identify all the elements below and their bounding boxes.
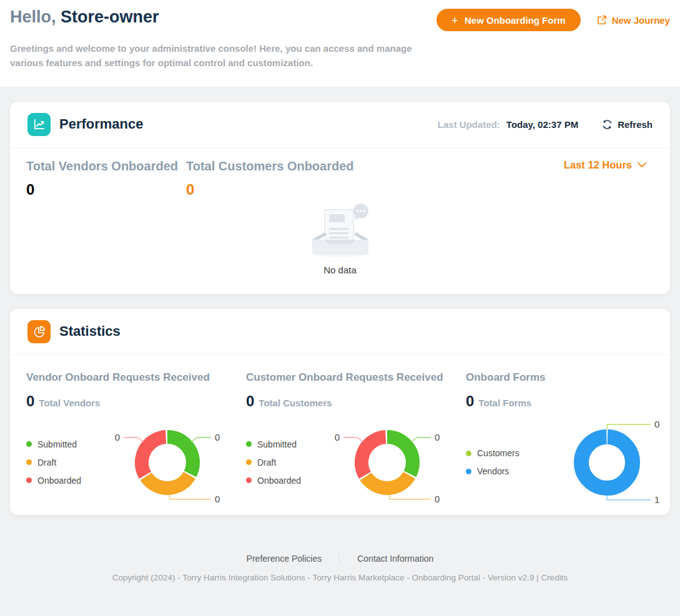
footer-divider [339,554,340,563]
legend-label: Vendors [477,466,509,476]
refresh-label: Refresh [618,119,653,130]
new-journey-link[interactable]: New Journey [597,15,670,26]
legend-label: Onboarded [37,476,81,486]
new-onboarding-form-label: New Onboarding Form [465,15,566,26]
last-updated-value: Today, 02:37 PM [506,119,578,130]
document [325,210,353,243]
performance-card: Performance Last Updated: Today, 02:37 P… [10,102,670,294]
donut-chart-vendors: 0 0 0 [91,419,246,506]
topbar: Hello, Store-owner + New Onboarding Form… [0,0,680,87]
legend-label: Onboarded [257,476,301,486]
performance-card-header: Performance Last Updated: Today, 02:37 P… [10,102,670,148]
legend-label: Customers [477,448,520,458]
legend-customers: Submitted Draft Onboarded [246,431,311,494]
greeting-prefix: Hello, [10,7,56,26]
callout-bottom: 0 [435,494,440,504]
last-updated-label: Last Updated: [438,119,500,130]
callout-right: 0 [435,432,440,442]
legend-dot-blue [466,469,471,474]
new-onboarding-form-button[interactable]: + New Onboarding Form [436,9,581,31]
stat-total-label-customers: Total Customers [259,398,332,408]
legend-label: Draft [37,457,56,467]
legend-item-draft[interactable]: Draft [26,457,91,467]
metric-total-customers-label: Total Customers Onboarded [186,159,354,174]
legend-dot-green [246,441,252,447]
stat-column-customers: Customer Onboard Requests Received 0 Tot… [246,371,466,506]
donut-chart-forms: 0 1 [531,419,680,506]
metric-total-vendors-value: 0 [26,181,186,198]
donut-chart-customers: 0 0 0 [311,419,466,506]
legend-vendors: Submitted Draft Onboarded [26,431,91,494]
refresh-button[interactable]: Refresh [602,119,653,130]
callout-bottom: 0 [215,494,220,504]
footer-link-preference-policies[interactable]: Preference Policies [247,554,322,564]
copyright-text: Copyright (2024) - Torry Harris Integrat… [0,573,680,597]
stat-title-forms: Onboard Forms [466,371,680,384]
legend-item-onboarded[interactable]: Onboarded [26,476,91,486]
legend-item-submitted[interactable]: Submitted [246,439,311,449]
line-chart-icon [27,113,51,136]
legend-dot-amber [246,459,252,465]
stat-total-value-customers: 0 [246,393,254,410]
footer: Preference Policies Contact Information … [0,554,680,597]
legend-item-customers[interactable]: Customers [466,448,531,458]
performance-metrics: Total Vendors Onboarded 0 Total Customer… [26,159,654,198]
topbar-actions: + New Onboarding Form New Journey [436,7,670,31]
metric-total-vendors-label: Total Vendors Onboarded [26,159,186,174]
legend-item-onboarded[interactable]: Onboarded [246,476,311,486]
time-range-selector[interactable]: Last 12 Hours [564,159,646,171]
refresh-icon [602,119,613,130]
legend-item-draft[interactable]: Draft [246,457,311,467]
footer-link-contact-information[interactable]: Contact Information [357,554,433,564]
statistics-card-header: Statistics [10,309,670,355]
stat-title-customers: Customer Onboard Requests Received [246,371,466,384]
pie-chart-icon [27,320,51,343]
stat-column-vendors: Vendor Onboard Requests Received 0 Total… [26,371,246,506]
legend-dot-red [26,477,32,483]
legend-dot-amber [26,459,32,465]
chevron-down-icon [638,162,646,168]
chat-bubble [353,203,368,220]
external-link-icon [597,15,607,25]
stat-column-forms: Onboard Forms 0 Total Forms Customers Ve… [466,371,680,506]
callout-bottom: 1 [654,494,659,505]
stat-total-label-vendors: Total Vendors [39,398,100,408]
page-subtitle: Greetings and welcome to your administra… [10,41,447,71]
legend-label: Submitted [257,439,297,449]
empty-box-illustration [307,250,373,260]
stat-total-label-forms: Total Forms [478,398,531,408]
metric-total-vendors: Total Vendors Onboarded 0 [26,159,186,198]
callout-left: 0 [115,432,120,442]
metric-total-customers-value: 0 [186,181,354,198]
callout-left: 0 [335,432,340,442]
legend-dot-green [26,441,32,447]
stat-total-value-forms: 0 [466,393,474,410]
callout-right: 0 [215,432,220,442]
statistics-card: Statistics Vendor Onboard Requests Recei… [10,309,670,515]
performance-body: Last 12 Hours Total Vendors Onboarded 0 … [10,148,670,294]
empty-state: No data [297,201,384,275]
statistics-title: Statistics [59,323,121,340]
page-title: Hello, Store-owner [10,7,159,27]
legend-forms: Customers Vendors [466,440,531,484]
statistics-body: Vendor Onboard Requests Received 0 Total… [10,355,670,515]
legend-label: Draft [257,457,276,467]
performance-title: Performance [59,116,144,132]
legend-item-vendors[interactable]: Vendors [466,466,531,476]
legend-item-submitted[interactable]: Submitted [26,439,91,449]
stat-title-vendors: Vendor Onboard Requests Received [26,371,246,384]
time-range-value: Last 12 Hours [564,159,632,171]
legend-dot-lime [466,451,471,456]
legend-label: Submitted [37,439,77,449]
new-journey-label: New Journey [612,15,670,26]
no-data-text: No data [297,265,384,275]
stat-total-value-vendors: 0 [26,393,34,410]
metric-total-customers: Total Customers Onboarded 0 [186,159,354,198]
donut-segment-vendors [581,436,633,489]
legend-dot-red [246,477,252,483]
callout-top: 0 [654,419,659,429]
plus-icon: + [451,14,458,26]
username: Store-owner [61,7,159,26]
